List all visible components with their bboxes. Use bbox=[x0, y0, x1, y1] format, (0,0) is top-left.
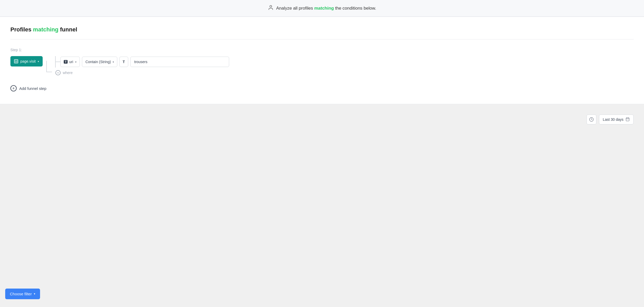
clock-button[interactable] bbox=[587, 115, 596, 124]
l-connector bbox=[50, 56, 60, 68]
step-label: Step 1: bbox=[10, 48, 634, 52]
field-type-badge: T bbox=[64, 60, 68, 64]
operator-dropdown[interactable]: Contain (String) ▾ bbox=[82, 57, 117, 67]
where-plus-icon: + bbox=[55, 70, 61, 75]
condition-row: T uri ▾ Contain (String) ▾ T bbox=[60, 57, 229, 67]
choose-filter-chevron: ▾ bbox=[34, 292, 35, 296]
event-button-chevron: ▾ bbox=[38, 60, 39, 63]
svg-rect-5 bbox=[626, 118, 629, 121]
add-step-label: Add funnel step bbox=[19, 86, 46, 91]
event-button[interactable]: page.visit ▾ bbox=[10, 56, 43, 66]
where-label: where bbox=[63, 71, 73, 75]
value-input[interactable] bbox=[130, 57, 229, 67]
field-chevron: ▾ bbox=[75, 61, 76, 63]
date-range-area: Last 30 days bbox=[587, 115, 634, 124]
type-button[interactable]: T bbox=[119, 57, 128, 67]
choose-filter-label: Choose filter bbox=[10, 292, 32, 296]
operator-chevron: ▾ bbox=[113, 61, 114, 63]
field-dropdown[interactable]: T uri ▾ bbox=[60, 57, 80, 67]
event-icon bbox=[14, 59, 18, 63]
card-title: Profiles matching funnel bbox=[10, 26, 634, 33]
person-icon bbox=[268, 5, 274, 12]
where-button[interactable]: + where bbox=[55, 69, 73, 77]
date-range-button[interactable]: Last 30 days bbox=[599, 115, 634, 124]
choose-filter-button[interactable]: Choose filter ▾ bbox=[5, 289, 40, 299]
add-funnel-step-button[interactable]: + Add funnel step bbox=[10, 83, 46, 94]
divider bbox=[10, 39, 634, 39]
field-label: uri bbox=[69, 60, 73, 64]
banner-text: Analyze all profiles matching the condit… bbox=[276, 6, 376, 11]
add-step-plus-icon: + bbox=[10, 85, 17, 91]
operator-label: Contain (String) bbox=[85, 60, 111, 64]
bottom-section: Last 30 days bbox=[0, 104, 644, 145]
funnel-card: Profiles matching funnel Step 1: page.vi… bbox=[0, 17, 644, 104]
top-banner: Analyze all profiles matching the condit… bbox=[0, 0, 644, 17]
event-button-label: page.visit bbox=[20, 59, 36, 63]
calendar-icon bbox=[626, 117, 630, 122]
date-range-label: Last 30 days bbox=[603, 117, 623, 122]
svg-point-0 bbox=[270, 5, 272, 7]
